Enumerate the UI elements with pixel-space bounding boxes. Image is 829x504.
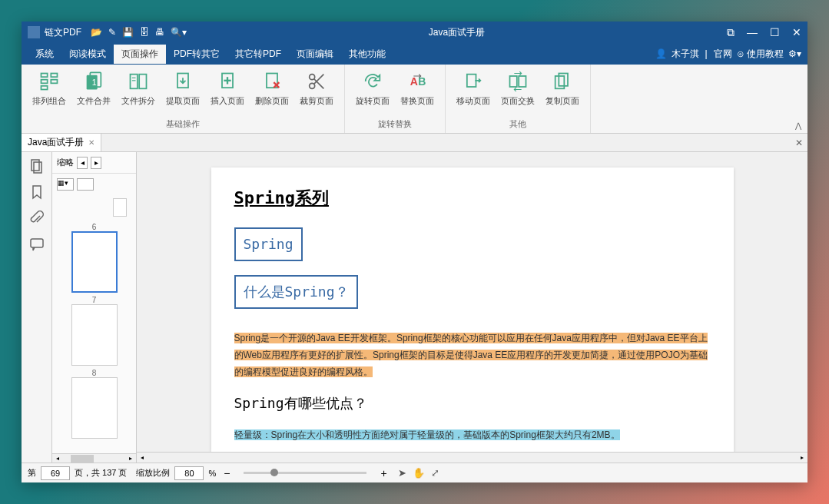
zoom-slider[interactable] (244, 472, 366, 474)
menu-pdf-to[interactable]: PDF转其它 (166, 45, 227, 64)
slider-handle[interactable] (270, 469, 278, 476)
menu-read-mode[interactable]: 阅读模式 (61, 45, 114, 64)
save-icon[interactable]: 💾 (122, 27, 134, 38)
hand-icon[interactable]: ✋ (413, 467, 425, 479)
titlebar: 链文PDF 📂 ✎ 💾 🗄 🖶 🔍▾ Java面试手册 ⧉ — ☐ ✕ (22, 22, 807, 43)
tool-rotate[interactable]: 旋转页面 (351, 68, 394, 117)
thumb-option-1[interactable]: ▦▾ (57, 178, 74, 191)
tool-swap[interactable]: 页面交换 (496, 68, 539, 117)
tool-extract[interactable]: 提取页面 (161, 68, 204, 117)
thumbnail-panel: 缩略 ◂ ▸ ▦▾ 6 7 8 ◂ ▸ (52, 152, 137, 463)
doc-hscroll[interactable]: ◂ ▸ (137, 452, 807, 463)
svg-rect-1 (41, 80, 48, 84)
svg-rect-8 (131, 75, 138, 89)
tab-close-icon[interactable]: ✕ (88, 138, 95, 147)
menu-to-pdf[interactable]: 其它转PDF (227, 45, 289, 64)
tool-arrange[interactable]: 排列组合 (28, 68, 71, 117)
doc-scroll-left-icon[interactable]: ◂ (137, 453, 148, 463)
statusbar: 第 页，共 137 页 缩放比例 % − + ➤ ✋ ⤢ (22, 463, 807, 482)
link-tutorial[interactable]: ⊙ 使用教程 (737, 48, 784, 61)
doc-box-what: 什么是Spring？ (234, 275, 358, 309)
link-official[interactable]: 官网 (714, 48, 732, 61)
thumb-8[interactable]: 8 (55, 369, 133, 439)
content-area: 缩略 ◂ ▸ ▦▾ 6 7 8 ◂ ▸ (22, 152, 807, 463)
para-1: Spring是一个开源的Java EE开发框架。Spring框架的核心功能可以应… (234, 333, 708, 376)
tool-split[interactable]: 文件拆分 (117, 68, 160, 117)
svg-rect-25 (467, 75, 476, 87)
tool-copy[interactable]: 复制页面 (541, 68, 584, 117)
sidebar-pages-icon[interactable] (29, 158, 45, 174)
print-icon[interactable]: 🖶 (155, 27, 164, 38)
saveall-icon[interactable]: 🗄 (140, 27, 149, 38)
cursor-icon[interactable]: ➤ (398, 467, 406, 479)
user-icon: 👤 (655, 48, 667, 59)
sidebar-attachment-icon[interactable] (29, 211, 45, 226)
scroll-handle[interactable] (71, 455, 94, 463)
tabbar-close-icon[interactable]: ✕ (795, 138, 803, 148)
tool-move[interactable]: 移动页面 (452, 68, 495, 117)
fit-icon[interactable]: ⤢ (431, 467, 439, 479)
close-icon[interactable]: ✕ (792, 26, 801, 39)
maximize-icon[interactable]: ☐ (770, 26, 780, 39)
thumb-7[interactable]: 7 (55, 296, 133, 366)
thumb-option-2[interactable] (77, 178, 94, 191)
doc-scroll[interactable]: Spring系列 Spring 什么是Spring？ Spring是一个开源的J… (137, 152, 807, 452)
sidebar-bookmark-icon[interactable] (29, 184, 45, 200)
tool-delete[interactable]: 删除页面 (250, 68, 293, 117)
gear-icon[interactable]: ⚙▾ (788, 48, 801, 59)
zoom-input[interactable] (174, 466, 204, 480)
svg-rect-32 (31, 239, 43, 247)
sidebar-comment-icon[interactable] (29, 237, 45, 252)
tool-merge[interactable]: 1文件合并 (72, 68, 115, 117)
zoom-label: 缩放比例 (136, 467, 170, 479)
doc-scroll-right-icon[interactable]: ▸ (797, 453, 807, 463)
tab-label: Java面试手册 (28, 136, 84, 149)
doc-h1: Spring系列 (234, 183, 711, 214)
svg-rect-29 (559, 74, 568, 86)
svg-text:1: 1 (92, 78, 97, 87)
menu-system[interactable]: 系统 (28, 45, 61, 64)
open-icon[interactable]: 📂 (91, 27, 102, 38)
zoom-out-button[interactable]: − (221, 467, 233, 479)
group-label-other: 其他 (452, 117, 584, 131)
document-tab[interactable]: Java面试手册 ✕ (22, 134, 101, 151)
ribbon: 排列组合 1文件合并 文件拆分 提取页面 插入页面 删除页面 裁剪页面 基础操作… (22, 65, 807, 134)
para-2: 轻量级：Spring在大小和透明性方面绝对属于轻量级的，基础版本的Spring框… (234, 429, 620, 440)
svg-rect-28 (555, 76, 565, 88)
page-total: 页，共 137 页 (75, 467, 127, 479)
scroll-right-icon[interactable]: ▸ (125, 454, 136, 463)
svg-rect-26 (510, 76, 517, 87)
action-icon[interactable]: ✎ (108, 27, 116, 38)
zoom-in-button[interactable]: + (377, 467, 390, 479)
app-window: 链文PDF 📂 ✎ 💾 🗄 🖶 🔍▾ Java面试手册 ⧉ — ☐ ✕ 系统 阅… (22, 22, 807, 482)
thumb-6[interactable]: 6 (55, 223, 133, 293)
sidebar (22, 152, 52, 463)
thumbs-prev[interactable]: ◂ (77, 157, 88, 169)
document-viewer: Spring系列 Spring 什么是Spring？ Spring是一个开源的J… (137, 152, 807, 463)
tool-replace[interactable]: AB替换页面 (396, 68, 439, 117)
svg-line-22 (314, 75, 324, 85)
doc-title: Java面试手册 (187, 26, 727, 39)
minimize-icon[interactable]: — (747, 26, 758, 39)
restore-down-icon[interactable]: ⧉ (727, 26, 734, 39)
menu-page-edit[interactable]: 页面编辑 (289, 45, 341, 64)
scroll-left-icon[interactable]: ◂ (52, 454, 63, 463)
tool-insert[interactable]: 插入页面 (206, 68, 249, 117)
menu-other[interactable]: 其他功能 (341, 45, 393, 64)
menu-page-ops[interactable]: 页面操作 (114, 45, 166, 64)
app-name: 链文PDF (45, 26, 81, 39)
group-label-rotate: 旋转替换 (351, 117, 439, 131)
thumb-hscroll[interactable]: ◂ ▸ (52, 453, 136, 463)
svg-text:B: B (418, 75, 426, 88)
search-icon[interactable]: 🔍▾ (171, 27, 187, 38)
doc-h2: Spring有哪些优点？ (234, 391, 711, 416)
svg-rect-3 (51, 74, 57, 78)
tool-crop[interactable]: 裁剪页面 (295, 68, 338, 117)
svg-rect-9 (139, 75, 146, 89)
page-input[interactable] (41, 466, 70, 480)
thumbs-next[interactable]: ▸ (91, 157, 101, 169)
user-name[interactable]: 木子淇 (671, 48, 699, 61)
doc-box-spring: Spring (234, 227, 303, 261)
ribbon-collapse[interactable]: ⋀ (795, 121, 801, 130)
svg-line-21 (314, 79, 324, 89)
